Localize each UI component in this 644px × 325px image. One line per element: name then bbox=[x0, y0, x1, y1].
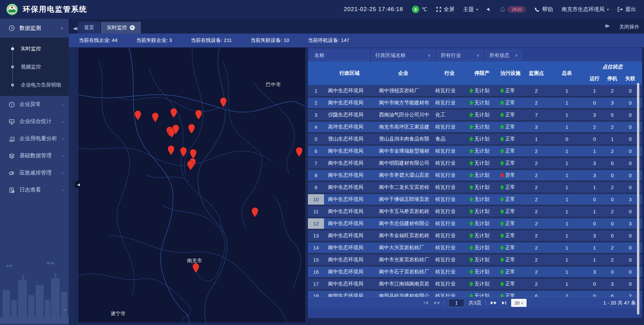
cell-pollution-control: 正常 bbox=[496, 230, 525, 241]
cell-production-limit: 无计划 bbox=[468, 267, 496, 277]
sidebar-item-4[interactable]: 基础数据管理‹ bbox=[0, 147, 69, 164]
cell-running: 0 bbox=[586, 218, 603, 229]
map-pin-icon[interactable] bbox=[180, 147, 187, 157]
map-pin-icon[interactable] bbox=[170, 108, 177, 118]
status-dot-green bbox=[470, 149, 473, 153]
cell-production-limit: 无计划 bbox=[468, 242, 496, 253]
table-row[interactable]: 8阆中生态环境局阆中市枣碧大梁山页岩砖瓦行业无计划异常21300 bbox=[308, 170, 642, 182]
page-number-input[interactable]: 1 bbox=[449, 299, 464, 307]
region-select[interactable]: 行政区域名称 ∨ bbox=[372, 50, 434, 60]
cell-stopped: 2 bbox=[603, 206, 621, 217]
table-row[interactable]: 9阆中生态环境局阆中市二龙长宝页岩砖砖瓦行业无计划正常21120 bbox=[308, 182, 642, 194]
page-size-select[interactable]: 20 ∨ bbox=[511, 299, 527, 307]
map-pin-icon[interactable] bbox=[152, 112, 159, 122]
next-page-button[interactable] bbox=[490, 301, 497, 305]
table-row[interactable]: 14阆中生态环境局阆中大兴页岩机砖厂砖瓦行业无计划正常21120 bbox=[308, 242, 642, 255]
cell-offline: 0 bbox=[621, 255, 639, 265]
name-search-input[interactable]: 名称 bbox=[311, 50, 369, 60]
sidebar-item-0[interactable]: 数据监测∨ bbox=[0, 19, 69, 38]
stat-item-1: 当前失联企业: 3 bbox=[136, 37, 172, 44]
cell-pollution-control: 正常 bbox=[496, 98, 525, 108]
cell-industry: 砖瓦行业 bbox=[431, 279, 468, 289]
cell-company: 阆中千佛镇五郎垭页岩 bbox=[375, 194, 431, 205]
tabs-scroll-left-button[interactable]: ◀◀ bbox=[72, 26, 78, 34]
map-pin-icon[interactable] bbox=[134, 110, 142, 120]
sidebar-item-6[interactable]: 日志查看‹ bbox=[0, 181, 69, 199]
table-row[interactable]: 15阆中生态环境局阆中市光富页岩机砖厂砖瓦行业无计划正常21120 bbox=[308, 255, 642, 267]
status-dot-green bbox=[500, 233, 504, 238]
sidebar-item-1[interactable]: 企业异常‹ bbox=[0, 96, 69, 113]
table-row[interactable]: 5营山生态环境局营山县润丰肉食品有限食品无计划正常10010 bbox=[308, 134, 642, 146]
map-pin-icon[interactable] bbox=[192, 263, 200, 273]
status-dot-green bbox=[470, 246, 473, 250]
mute-button[interactable] bbox=[487, 7, 491, 12]
notifications-button[interactable]: 2632 bbox=[500, 6, 526, 13]
fullscreen-button[interactable]: 全屏 bbox=[436, 6, 454, 13]
map-collapse-handle[interactable]: ◀ bbox=[75, 181, 82, 188]
table-row[interactable]: 17阆中生态环境局阆中市江南镇阆南页岩砖瓦行业无计划正常21030 bbox=[308, 279, 642, 291]
table-row[interactable]: 4高坪生态环境局南充市高坪区王家店建砖瓦行业无计划正常31220 bbox=[308, 122, 642, 134]
table-row[interactable]: 1阆中生态环境局阆中强锐页岩砖厂砖瓦行业无计划正常21120 bbox=[308, 86, 642, 98]
cell-monitor-points: 3 bbox=[525, 122, 548, 132]
cell-index: 3 bbox=[308, 110, 324, 120]
table-row[interactable]: 2阆中生态环境局阆中市南方节能建材有砖瓦行业无计划正常21030 bbox=[308, 98, 642, 110]
close-operations-dropdown[interactable]: 关闭操作 bbox=[619, 24, 639, 30]
sidebar-item-3[interactable]: 企业用电量分析‹ bbox=[0, 130, 69, 147]
datetime: 2021-02-25 17:46:18 bbox=[344, 6, 403, 13]
map-pin-icon[interactable] bbox=[251, 207, 259, 217]
table-row[interactable]: 12阆中生态环境局阆中市忠信建材有限公砖瓦行业无计划正常21003 bbox=[308, 218, 642, 230]
map-pin-icon[interactable] bbox=[220, 97, 227, 107]
table-row[interactable]: 16阆中生态环境局阆中市石子页岩机砖厂砖瓦行业无计划正常21300 bbox=[308, 267, 642, 279]
map-pin-icon[interactable] bbox=[188, 124, 195, 134]
map-pin-icon[interactable] bbox=[167, 145, 175, 155]
tab-0[interactable]: 首页 bbox=[78, 22, 100, 34]
map-pin-icon[interactable] bbox=[172, 124, 179, 134]
first-page-button[interactable] bbox=[423, 301, 429, 305]
status-dot-green bbox=[500, 149, 504, 153]
tabs-scroll-right-button[interactable]: ▶▶ bbox=[604, 23, 610, 31]
theme-dropdown[interactable]: 主题▾ bbox=[463, 6, 478, 13]
sidebar-item-2[interactable]: 企业综合统计‹ bbox=[0, 113, 69, 130]
vertical-scrollbar[interactable] bbox=[637, 83, 639, 315]
map-pin-icon[interactable] bbox=[187, 160, 194, 170]
map-city-label: 巴中市 bbox=[266, 82, 281, 88]
sidebar-subitem-0-1[interactable]: 视频监控 bbox=[0, 58, 69, 76]
industry-select[interactable]: 所有行业 ∨ bbox=[437, 50, 483, 60]
cell-index: 11 bbox=[308, 206, 324, 217]
prev-page-button[interactable] bbox=[433, 301, 440, 305]
map-pin-icon[interactable] bbox=[195, 110, 202, 120]
cell-offline: 0 bbox=[621, 279, 639, 289]
status-select[interactable]: 所有状态 ∨ bbox=[486, 50, 522, 60]
map-panel[interactable]: 巴中市南充市遂宁市 bbox=[78, 48, 305, 322]
help-button[interactable]: 帮助 bbox=[535, 6, 553, 13]
table-row[interactable]: 13阆中生态环境局阆中市金福旺页岩机砖砖瓦行业无计划正常21300 bbox=[308, 230, 642, 242]
last-page-button[interactable] bbox=[501, 301, 507, 305]
table-row[interactable]: 18南部生态环境局南部县砖兴建材有限公砖瓦行业无计划正常62062 bbox=[308, 291, 642, 297]
cell-monitor-points: 2 bbox=[525, 182, 548, 193]
sidebar-subitem-0-0[interactable]: 实时监控 bbox=[0, 40, 69, 58]
cell-offline: 0 bbox=[621, 206, 639, 217]
tab-1[interactable]: 实时监控✕ bbox=[101, 22, 141, 34]
tab-close-icon[interactable]: ✕ bbox=[130, 25, 135, 30]
temperature-badge: 0 bbox=[412, 6, 419, 13]
status-dot-green bbox=[470, 197, 473, 202]
sidebar-subitem-0-2[interactable]: 企业电力负荷明细 bbox=[0, 76, 69, 94]
logout-button[interactable]: 退出 bbox=[618, 6, 636, 13]
table-row[interactable]: 11阆中生态环境局阆中市五马桥页岩机砖砖瓦行业无计划正常21120 bbox=[308, 206, 642, 218]
sidebar-item-5[interactable]: 应急减排管理‹ bbox=[0, 164, 69, 181]
map-pin-icon[interactable] bbox=[190, 149, 197, 159]
cell-index: 14 bbox=[308, 242, 324, 253]
sidebar-item-label: 企业用电量分析 bbox=[19, 135, 62, 142]
map-pin-icon[interactable] bbox=[296, 147, 303, 157]
cell-region: 阆中生态环境局 bbox=[324, 170, 375, 180]
divider bbox=[486, 300, 486, 306]
speaker-icon bbox=[487, 7, 491, 12]
cell-index: 18 bbox=[308, 291, 324, 297]
table-row[interactable]: 3仪陇生态环境局西南油气田分公司川中化工无计划正常71350 bbox=[308, 110, 642, 122]
table-row[interactable]: 6阆中生态环境局阆中市金博瑞新型墙材砖瓦行业无计划正常21120 bbox=[308, 146, 642, 158]
status-dot-green bbox=[500, 294, 504, 297]
table-row[interactable]: 10阆中生态环境局阆中千佛镇五郎垭页岩砖瓦行业无计划正常21003 bbox=[308, 194, 642, 206]
sidebar-submenu: 实时监控视频监控企业电力负荷明细 bbox=[0, 38, 69, 96]
table-row[interactable]: 7阆中生态环境局阆中明阳建材有限公司砖瓦行业无计划正常21300 bbox=[308, 158, 642, 170]
org-dropdown[interactable]: 南充市生态环境局▾ bbox=[561, 6, 609, 13]
